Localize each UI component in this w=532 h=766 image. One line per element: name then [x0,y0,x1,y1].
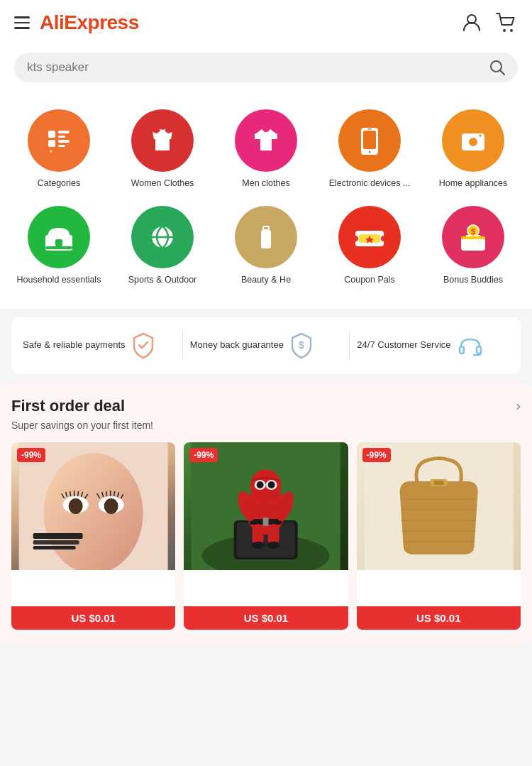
header-icons [461,12,518,33]
svg-point-2 [510,29,513,32]
svg-rect-20 [55,239,62,246]
svg-rect-61 [33,540,79,545]
category-circle-home-appliances [442,109,504,172]
product-image-0: -99% [11,442,175,606]
svg-line-50 [78,491,79,496]
category-circle-coupon-pals [338,206,401,268]
sidebar-item-beauty-health[interactable]: Beauty & He [214,197,318,294]
trust-item-customer-service: 24/7 Customer Service [357,334,509,358]
svg-point-28 [353,236,358,241]
sidebar-item-electronic-devices[interactable]: Electronic devices ... [318,101,421,197]
category-circle-bonus-buddies: $ [442,206,504,268]
product-cards: -99% [11,442,521,630]
dollar-shield-icon: $ [289,332,314,359]
trust-divider-2 [349,332,350,360]
category-circle-electronic-devices [338,109,401,172]
category-label-women-clothes: Women Clothes [131,177,194,189]
svg-rect-15 [367,128,372,130]
trust-text-customer-service: 24/7 Customer Service [357,339,450,351]
svg-line-4 [501,71,505,75]
search-bar[interactable] [14,53,518,82]
svg-point-72 [252,542,265,549]
first-order-deal-section: First order deal › Super savings on your… [0,383,532,644]
svg-point-73 [267,542,280,549]
svg-point-44 [69,498,83,514]
trust-text-money-back: Money back guarantee [190,339,284,351]
sidebar-item-bonus-buddies[interactable]: $ Bonus Buddies [421,197,525,294]
svg-rect-62 [33,546,76,549]
first-order-chevron[interactable]: › [516,398,521,414]
category-circle-household-essentials [28,206,90,268]
cart-icon[interactable] [495,12,518,33]
trust-item-money-back: Money back guarantee $ [190,332,343,359]
header-left: AliExpress [14,11,139,34]
sidebar-item-coupon-pals[interactable]: Coupon Pals [318,197,421,294]
hamburger-menu[interactable] [14,16,30,29]
headset-icon [457,334,484,358]
category-circle-categories [28,109,90,172]
logo: AliExpress [40,11,139,34]
svg-point-14 [369,151,371,153]
product-card-0[interactable]: -99% [11,442,175,630]
svg-line-48 [70,491,71,496]
search-icon[interactable] [489,60,505,75]
svg-rect-38 [460,346,464,354]
svg-rect-6 [58,131,70,133]
product-image-2: -99% [357,442,521,606]
product-price-0: US $0.01 [11,606,175,630]
categories-section: Categories Women Clothes Men clothes [0,94,532,309]
svg-text:$: $ [471,227,475,236]
sidebar-item-categories[interactable]: Categories [7,101,111,197]
product-price-2: US $0.01 [357,606,521,630]
category-label-bonus-buddies: Bonus Buddies [443,274,503,285]
sidebar-item-men-clothes[interactable]: Men clothes [214,101,318,197]
sidebar-item-sports-outdoor[interactable]: Sports & Outdoor [111,197,214,294]
category-circle-men-clothes [235,109,297,172]
svg-rect-10 [58,145,65,147]
sidebar-item-women-clothes[interactable]: Women Clothes [111,101,214,197]
product-price-1: US $0.01 [184,606,348,630]
user-icon[interactable] [461,12,482,33]
product-card-1[interactable]: -99% [184,442,348,630]
shield-icon [131,332,155,359]
search-bar-container [0,45,532,94]
svg-point-11 [50,150,52,153]
svg-point-3 [491,61,501,72]
svg-rect-36 [461,236,485,239]
svg-rect-60 [33,533,83,539]
category-label-household-essentials: Household essentials [17,274,101,285]
product-card-2[interactable]: -99% [357,442,521,630]
svg-line-57 [114,491,115,496]
svg-line-55 [106,491,107,496]
svg-rect-26 [264,227,268,229]
app-header: AliExpress [0,0,532,45]
first-order-subtitle: Super savings on your first item! [11,420,521,431]
sidebar-item-home-appliances[interactable]: Home appliances [421,101,525,197]
svg-point-79 [257,481,264,488]
svg-rect-25 [261,230,271,248]
svg-point-18 [479,134,482,138]
svg-rect-9 [58,140,70,143]
svg-point-29 [381,236,387,241]
category-label-categories: Categories [38,177,80,189]
sidebar-item-household-essentials[interactable]: Household essentials [7,197,111,294]
svg-rect-83 [433,481,443,485]
svg-rect-32 [461,238,485,251]
discount-badge-1: -99% [189,448,218,462]
category-circle-beauty-health [235,206,297,268]
trust-text-safe-payments: Safe & reliable payments [23,339,126,351]
svg-point-41 [44,453,143,570]
category-label-coupon-pals: Coupon Pals [344,274,395,285]
svg-rect-69 [263,518,269,526]
svg-point-17 [468,137,478,147]
svg-rect-13 [363,131,376,149]
discount-badge-2: -99% [362,448,391,462]
product-image-1: -99% [184,442,348,606]
category-label-electronic-devices: Electronic devices ... [329,177,411,189]
trust-divider-1 [182,332,183,360]
svg-point-80 [268,481,275,488]
svg-rect-8 [48,140,55,147]
search-input[interactable] [27,60,482,75]
svg-rect-7 [58,136,65,138]
svg-rect-21 [45,246,72,249]
